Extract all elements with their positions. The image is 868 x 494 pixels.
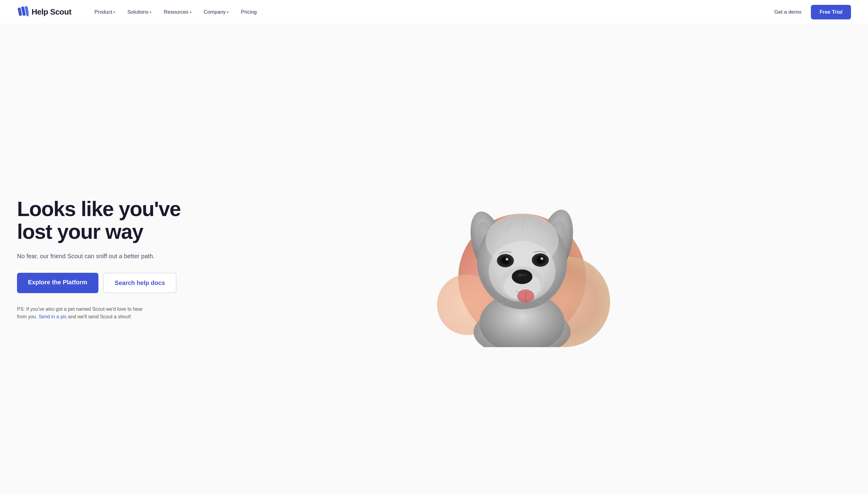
chevron-down-icon: ▾ xyxy=(227,10,229,14)
nav-actions: Get a demo Free Trial xyxy=(771,5,851,19)
hero-content: Looks like you've lost your way No fear,… xyxy=(17,197,193,321)
explore-platform-button[interactable]: Explore the Platform xyxy=(17,273,98,293)
chevron-down-icon: ▾ xyxy=(190,10,192,14)
decorative-blobs xyxy=(434,171,610,347)
nav-item-company[interactable]: Company ▾ xyxy=(199,7,234,18)
logo-link[interactable]: Help Scout xyxy=(17,6,71,18)
svg-point-20 xyxy=(537,256,544,264)
chevron-down-icon: ▾ xyxy=(113,10,115,14)
nav-item-solutions[interactable]: Solutions ▾ xyxy=(122,7,157,18)
send-pic-link[interactable]: Send in a pic xyxy=(39,314,67,319)
hero-headline: Looks like you've lost your way xyxy=(17,197,193,243)
navbar: Help Scout Product ▾ Solutions ▾ Resourc… xyxy=(0,0,868,24)
logo-icon xyxy=(17,6,29,18)
nav-item-product[interactable]: Product ▾ xyxy=(90,7,120,18)
hero-buttons: Explore the Platform Search help docs xyxy=(17,273,193,293)
chevron-down-icon: ▾ xyxy=(150,10,151,14)
svg-rect-0 xyxy=(18,7,22,16)
nav-links: Product ▾ Solutions ▾ Resources ▾ Compan… xyxy=(90,7,771,18)
free-trial-button[interactable]: Free Trial xyxy=(811,5,851,19)
hero-image-area xyxy=(193,165,851,353)
get-demo-link[interactable]: Get a demo xyxy=(771,7,805,18)
brand-name: Help Scout xyxy=(32,7,71,17)
nav-item-pricing[interactable]: Pricing xyxy=(236,7,261,18)
hero-section: Looks like you've lost your way No fear,… xyxy=(0,24,868,494)
svg-point-25 xyxy=(512,269,532,284)
svg-point-17 xyxy=(507,260,508,261)
nav-item-resources[interactable]: Resources ▾ xyxy=(159,7,196,18)
hero-subtext: No fear, our friend Scout can sniff out … xyxy=(17,251,193,261)
svg-point-26 xyxy=(518,274,523,277)
svg-point-22 xyxy=(542,259,543,260)
svg-point-27 xyxy=(523,274,526,276)
hero-ps-text: PS: If you've also got a pet named Scout… xyxy=(17,305,151,321)
dog-illustration xyxy=(449,183,595,347)
svg-point-15 xyxy=(502,257,509,264)
search-help-docs-button[interactable]: Search help docs xyxy=(103,273,177,293)
